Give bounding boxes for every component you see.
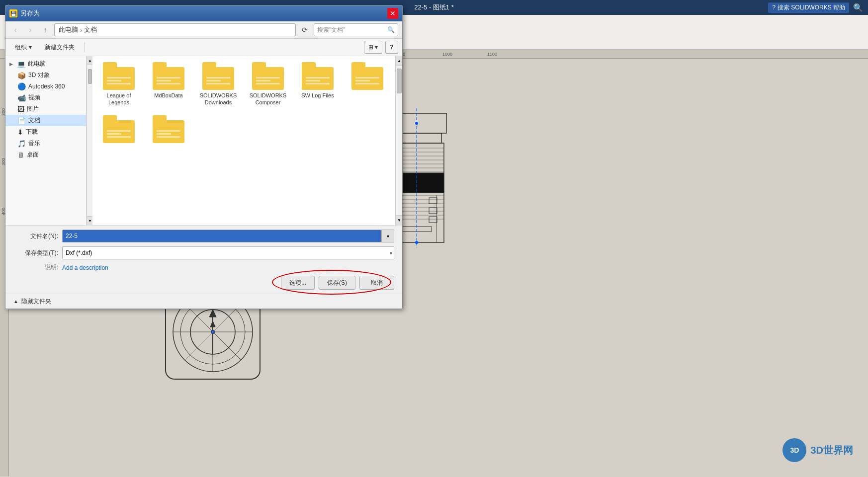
- new-folder-button[interactable]: 新建文件夹: [39, 41, 80, 54]
- dialog-footer: 文件名(N): ▾ 保存类型(T): Dxf (*.dxf) ▾ 说明: Add…: [5, 225, 402, 294]
- sidebar-label-pictures: 图片: [27, 105, 39, 113]
- filename-dropdown-btn[interactable]: ▾: [381, 230, 394, 242]
- filename-input[interactable]: [62, 230, 381, 242]
- svg-point-43: [211, 330, 214, 333]
- sidebar-label-desktop: 桌面: [27, 151, 39, 159]
- hide-folders-label: 隐藏文件夹: [21, 297, 51, 306]
- sw-search-icon[interactable]: 🔍: [853, 3, 863, 12]
- ruler-mark-1100: 1100: [487, 52, 497, 57]
- sidebar-item-pictures[interactable]: 🖼 图片: [5, 103, 86, 115]
- folder-item-extra2[interactable]: [96, 113, 141, 147]
- ruler-mark-1000: 1000: [442, 52, 452, 57]
- folder-icon-extra2: [103, 115, 135, 143]
- sidebar-item-music[interactable]: 🎵 音乐: [5, 138, 86, 149]
- file-scroll-thumb[interactable]: [397, 69, 402, 93]
- folder-item-sw-downloads[interactable]: SOLIDWORKS Downloads: [196, 60, 241, 108]
- button-row: 选项... 保存(S) 取消: [13, 276, 394, 290]
- nav-forward-button[interactable]: ›: [24, 24, 36, 36]
- options-button[interactable]: 选项...: [281, 276, 315, 290]
- file-scroll-up[interactable]: ▲: [396, 56, 403, 66]
- sidebar-item-desktop[interactable]: 🖥 桌面: [5, 149, 86, 160]
- svg-point-29: [415, 241, 418, 244]
- folder-label-sw-downloads: SOLIDWORKS Downloads: [198, 92, 239, 106]
- svg-point-28: [415, 122, 418, 125]
- folder-item-mdbox[interactable]: MdBoxData: [146, 60, 191, 108]
- file-scroll-down[interactable]: ▼: [396, 215, 403, 225]
- sidebar-scroll-thumb[interactable]: [88, 69, 92, 84]
- organize-button[interactable]: 组织 ▾: [9, 41, 37, 54]
- folder-item-sw-composer[interactable]: SOLIDWORKSComposer: [246, 60, 290, 108]
- downloads-icon: ⬇: [17, 128, 23, 136]
- sw-help-icon: ? 搜索 SOLIDWORKS 帮助: [768, 2, 849, 13]
- file-scroll-track: [396, 66, 402, 215]
- watermark-text: 3D世界网: [810, 444, 853, 457]
- nav-up-button[interactable]: ↑: [39, 24, 51, 36]
- dialog-close-button[interactable]: ✕: [387, 8, 398, 19]
- sw-document-title: 22-5 - 图纸1 *: [414, 3, 453, 12]
- music-icon: 🎵: [17, 140, 26, 148]
- svg-rect-25: [429, 217, 437, 223]
- folder-item-extra1[interactable]: [345, 60, 390, 108]
- sidebar-label-autodesk: Autodesk 360: [28, 83, 65, 90]
- filename-input-wrapper: ▾: [62, 230, 394, 242]
- sidebar-scrollbar[interactable]: ▲ ▼: [87, 56, 92, 225]
- folder-icon-sw-downloads: [202, 62, 234, 90]
- sidebar-item-autodesk[interactable]: 🔵 Autodesk 360: [5, 81, 86, 92]
- address-path[interactable]: 此电脑 › 文档: [54, 23, 296, 36]
- folder-icon-sw-composer: [252, 62, 284, 90]
- folder-icon-sw-log: [302, 62, 334, 90]
- folder-item-sw-log[interactable]: SW Log Files: [295, 60, 340, 108]
- organize-chevron-icon: ▾: [29, 44, 32, 51]
- filename-label: 文件名(N):: [13, 232, 58, 240]
- description-row: 说明: Add a description: [13, 263, 394, 272]
- svg-marker-38: [209, 310, 216, 317]
- filetype-select[interactable]: Dxf (*.dxf): [62, 246, 394, 259]
- nav-back-button[interactable]: ‹: [9, 24, 21, 36]
- options-btn-area: 选项...: [281, 276, 315, 290]
- dialog-toolbar: 组织 ▾ 新建文件夹 ⊞ ▾ ?: [5, 39, 402, 56]
- search-box[interactable]: 搜索"文档" 🔍: [314, 23, 398, 36]
- hide-folders-icon: ▲: [13, 299, 18, 304]
- view-toggle-button[interactable]: ⊞ ▾: [364, 41, 382, 54]
- dialog-title-bar[interactable]: 💾 另存为 ✕: [5, 5, 402, 21]
- file-grid-scrollbar[interactable]: ▲ ▼: [395, 56, 402, 225]
- autodesk-icon: 🔵: [17, 82, 26, 90]
- filetype-row: 保存类型(T): Dxf (*.dxf) ▾: [13, 246, 394, 259]
- save-button[interactable]: 保存(S): [319, 276, 355, 290]
- folder-item-lol[interactable]: League of Legends: [96, 60, 141, 108]
- hide-folders-bar[interactable]: ▲ 隐藏文件夹: [5, 294, 402, 309]
- sidebar-label-3d: 3D 对象: [28, 71, 50, 80]
- cancel-button[interactable]: 取消: [359, 276, 394, 290]
- file-grid: League of Legends MdBoxData: [92, 56, 402, 225]
- folder-icon-mdbox: [153, 62, 184, 90]
- help-button[interactable]: ?: [385, 41, 398, 54]
- sidebar-item-documents[interactable]: 📄 文档: [5, 115, 86, 126]
- svg-rect-21: [429, 198, 437, 204]
- expand-arrow-computer: ▶: [9, 62, 14, 67]
- sidebar-item-video[interactable]: 📹 视频: [5, 92, 86, 103]
- address-bar: ‹ › ↑ 此电脑 › 文档 ⟳ 搜索"文档" 🔍: [5, 21, 402, 39]
- dialog-title-icon: 💾: [9, 9, 17, 17]
- video-icon: 📹: [17, 94, 26, 102]
- svg-marker-40: [210, 321, 215, 327]
- refresh-button[interactable]: ⟳: [299, 24, 311, 36]
- sidebar-item-downloads[interactable]: ⬇ 下载: [5, 126, 86, 138]
- filetype-select-wrapper: Dxf (*.dxf) ▾: [62, 246, 394, 259]
- computer-icon: 💻: [17, 60, 25, 68]
- sidebar-label-downloads: 下载: [26, 128, 38, 136]
- sidebar-item-3d[interactable]: 📦 3D 对象: [5, 70, 86, 81]
- folder-label-sw-log: SW Log Files: [301, 92, 334, 99]
- add-description-link[interactable]: Add a description: [62, 264, 108, 271]
- sidebar-item-computer[interactable]: ▶ 💻 此电脑: [5, 58, 86, 70]
- description-label: 说明:: [13, 263, 58, 272]
- documents-icon: 📄: [17, 117, 26, 125]
- toolbar-separator: [84, 42, 85, 52]
- dialog-body: ▶ 💻 此电脑 📦 3D 对象 🔵 Autodesk 360 📹 视频: [5, 56, 402, 225]
- folder-item-extra3[interactable]: [146, 113, 191, 147]
- save-as-dialog: 💾 另存为 ✕ ‹ › ↑ 此电脑 › 文档 ⟳ 搜索"文档" 🔍 组织 ▾ 新…: [5, 5, 403, 309]
- desktop-icon: 🖥: [17, 151, 24, 159]
- filename-row: 文件名(N): ▾: [13, 230, 394, 242]
- folder-icon-extra1: [351, 62, 383, 90]
- folder-label-mdbox: MdBoxData: [154, 92, 182, 99]
- folder-label-lol: League of Legends: [98, 92, 139, 106]
